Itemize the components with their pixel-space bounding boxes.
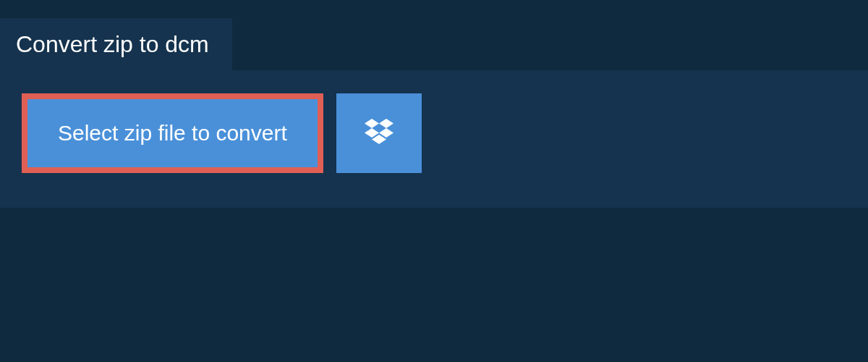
tab-title: Convert zip to dcm [16, 31, 209, 57]
dropbox-button[interactable] [336, 93, 422, 173]
dropbox-icon [365, 118, 393, 148]
tab-header: Convert zip to dcm [0, 18, 232, 71]
tab-convert[interactable]: Convert zip to dcm [0, 18, 232, 71]
content-panel: Select zip file to convert [0, 70, 868, 208]
button-row: Select zip file to convert [22, 93, 846, 173]
select-file-label: Select zip file to convert [58, 121, 287, 146]
select-file-button[interactable]: Select zip file to convert [22, 93, 323, 173]
